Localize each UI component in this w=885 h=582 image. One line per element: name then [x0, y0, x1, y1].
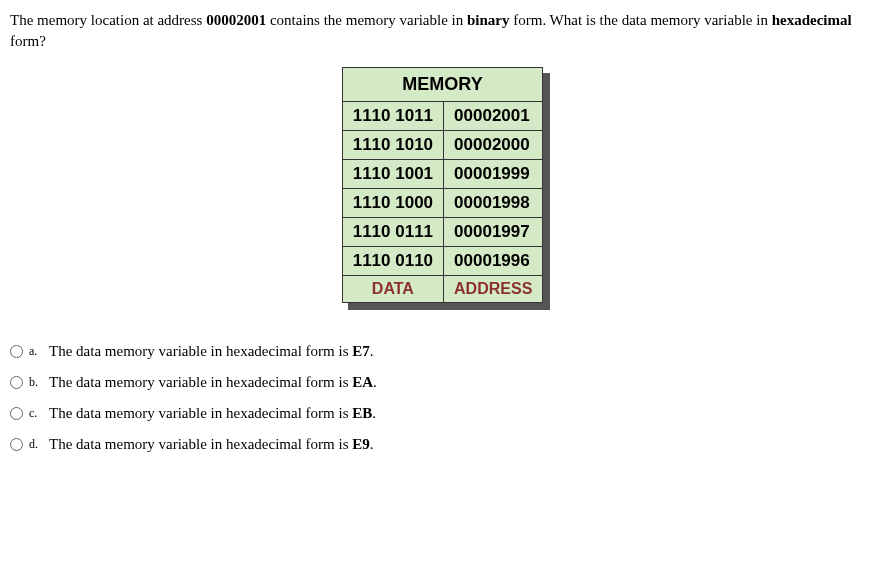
- option-letter: c.: [29, 406, 43, 421]
- option-d: d. The data memory variable in hexadecim…: [10, 436, 875, 453]
- answer-options: a. The data memory variable in hexadecim…: [10, 343, 875, 453]
- memory-title: MEMORY: [342, 68, 543, 102]
- memory-address-cell: 00001999: [444, 160, 543, 189]
- memory-data-cell: 1110 1010: [342, 131, 443, 160]
- memory-data-cell: 1110 1000: [342, 189, 443, 218]
- option-text: The data memory variable in hexadecimal …: [49, 436, 373, 453]
- question-part3: form. What is the data memory variable i…: [509, 12, 771, 28]
- memory-row: 1110 1011 00002001: [342, 102, 543, 131]
- option-letter: d.: [29, 437, 43, 452]
- memory-data-cell: 1110 1001: [342, 160, 443, 189]
- memory-footer-address: ADDRESS: [444, 276, 543, 303]
- option-b: b. The data memory variable in hexadecim…: [10, 374, 875, 391]
- option-text: The data memory variable in hexadecimal …: [49, 374, 377, 391]
- radio-c[interactable]: [10, 407, 23, 420]
- question-form1: binary: [467, 12, 510, 28]
- option-letter: a.: [29, 344, 43, 359]
- memory-data-cell: 1110 0111: [342, 218, 443, 247]
- table-shadow: [348, 303, 551, 310]
- memory-table: MEMORY 1110 1011 00002001 1110 1010 0000…: [342, 67, 544, 303]
- option-text: The data memory variable in hexadecimal …: [49, 405, 376, 422]
- table-shadow: [543, 73, 550, 310]
- memory-row: 1110 1001 00001999: [342, 160, 543, 189]
- question-part4: form?: [10, 33, 46, 49]
- memory-row: 1110 0110 00001996: [342, 247, 543, 276]
- question-address: 00002001: [206, 12, 266, 28]
- radio-d[interactable]: [10, 438, 23, 451]
- memory-row: 1110 1000 00001998: [342, 189, 543, 218]
- memory-data-cell: 1110 1011: [342, 102, 443, 131]
- radio-b[interactable]: [10, 376, 23, 389]
- memory-address-cell: 00001997: [444, 218, 543, 247]
- option-letter: b.: [29, 375, 43, 390]
- memory-address-cell: 00001998: [444, 189, 543, 218]
- radio-a[interactable]: [10, 345, 23, 358]
- memory-footer-data: DATA: [342, 276, 443, 303]
- question-form2: hexadecimal: [772, 12, 852, 28]
- memory-footer-row: DATA ADDRESS: [342, 276, 543, 303]
- option-text: The data memory variable in hexadecimal …: [49, 343, 373, 360]
- question-text: The memory location at address 00002001 …: [10, 10, 875, 52]
- memory-data-cell: 1110 0110: [342, 247, 443, 276]
- memory-row: 1110 1010 00002000: [342, 131, 543, 160]
- question-part2: contains the memory variable in: [266, 12, 467, 28]
- option-a: a. The data memory variable in hexadecim…: [10, 343, 875, 360]
- memory-address-cell: 00002001: [444, 102, 543, 131]
- memory-address-cell: 00001996: [444, 247, 543, 276]
- memory-row: 1110 0111 00001997: [342, 218, 543, 247]
- memory-address-cell: 00002000: [444, 131, 543, 160]
- memory-diagram: MEMORY 1110 1011 00002001 1110 1010 0000…: [10, 67, 875, 303]
- option-c: c. The data memory variable in hexadecim…: [10, 405, 875, 422]
- question-part1: The memory location at address: [10, 12, 206, 28]
